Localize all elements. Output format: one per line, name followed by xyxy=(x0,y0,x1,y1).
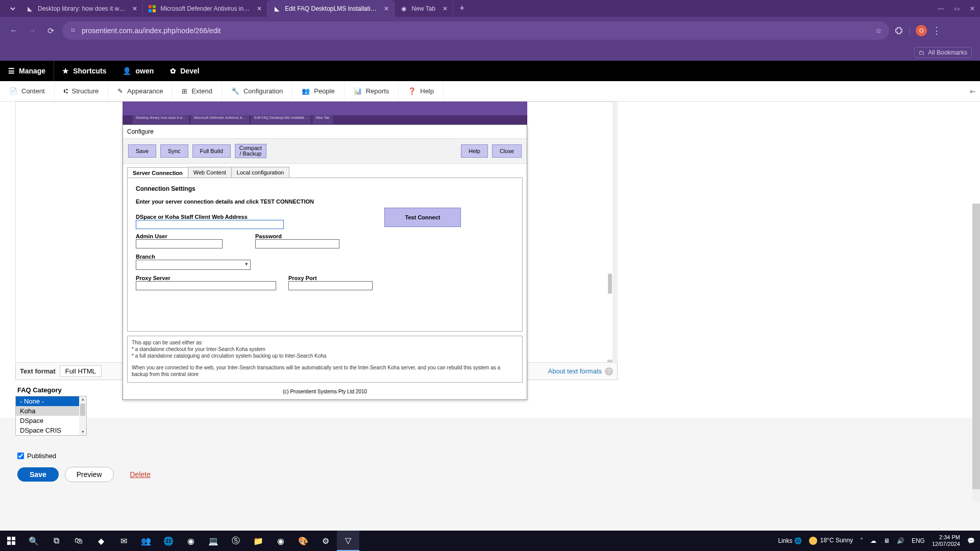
tray-onedrive-icon[interactable]: ☁ xyxy=(870,537,876,544)
bookmark-star-icon[interactable]: ☆ xyxy=(875,27,882,35)
url-input[interactable]: prosentient.com.au/index.php/node/266/ed… xyxy=(62,21,889,40)
taskbar-app-chrome2[interactable]: ◉ xyxy=(270,531,292,551)
taskbar-app-putty[interactable]: 💻 xyxy=(202,531,225,551)
subnav-reports[interactable]: 📊Reports xyxy=(345,81,399,101)
tray-display-icon[interactable]: 🖥 xyxy=(884,537,890,544)
tab-defender[interactable]: Microsoft Defender Antivirus in… ✕ xyxy=(143,0,267,17)
profile-button[interactable]: O xyxy=(916,25,927,36)
taskbar-app-store[interactable]: 🛍 xyxy=(67,531,90,551)
extensions-icon[interactable] xyxy=(894,26,903,35)
close-icon[interactable]: ✕ xyxy=(257,5,262,12)
admin-user-input[interactable] xyxy=(136,239,223,248)
subnav-configuration[interactable]: 🔧Configuration xyxy=(222,81,292,101)
cfg-close-button[interactable]: Close xyxy=(492,144,522,158)
subnav-content[interactable]: 📄Content xyxy=(0,81,55,101)
faq-option-none[interactable]: - None - xyxy=(16,396,86,406)
cfg-save-button[interactable]: Save xyxy=(128,144,156,158)
browser-menu-icon[interactable]: ⋮ xyxy=(932,25,941,36)
taskbar-app-people[interactable]: 👥 xyxy=(135,531,157,551)
cfg-sync-button[interactable]: Sync xyxy=(160,144,188,158)
taskbar-app-paint[interactable]: 🎨 xyxy=(292,531,314,551)
preview-button[interactable]: Preview xyxy=(65,467,114,482)
save-button[interactable]: Save xyxy=(17,467,59,482)
listbox-scrollbar[interactable]: ▴ ▾ xyxy=(79,396,86,435)
faq-option-dspace-cris[interactable]: DSpace CRIS xyxy=(16,425,86,435)
close-icon[interactable]: ✕ xyxy=(443,5,448,12)
published-checkbox[interactable] xyxy=(17,453,24,459)
taskbar-app-power[interactable]: ◆ xyxy=(90,531,112,551)
test-connect-button[interactable]: Test Connect xyxy=(384,208,461,227)
devel-menu[interactable]: ✿ Devel xyxy=(162,61,207,81)
taskbar-app-brave[interactable]: ▽ xyxy=(337,531,359,551)
subnav-appearance[interactable]: ✎Appearance xyxy=(108,81,173,101)
scroll-down-icon[interactable]: ▾ xyxy=(79,429,86,435)
tray-volume-icon[interactable]: 🔊 xyxy=(897,537,904,544)
subnav-help[interactable]: ❓Help xyxy=(399,81,444,101)
reload-button[interactable]: ⟳ xyxy=(44,26,57,36)
close-icon[interactable]: ✕ xyxy=(132,5,137,12)
manage-label: Manage xyxy=(19,67,45,75)
dialog-toolbar: Save Sync Full Build Compact / Backup He… xyxy=(123,138,527,164)
listbox-scroll-thumb[interactable] xyxy=(80,404,85,416)
taskbar-app-settings[interactable]: ⚙ xyxy=(314,531,337,551)
tab-new-tab[interactable]: ◉ New Tab ✕ xyxy=(395,0,453,17)
branch-select[interactable] xyxy=(136,260,251,270)
tab-desktop-library[interactable]: ◣ Desktop library: how does it w… ✕ xyxy=(20,0,143,17)
tab-search-dropdown[interactable] xyxy=(5,6,20,12)
tab-local-config[interactable]: Local configuration xyxy=(231,167,289,178)
action-center-icon[interactable]: 💬 xyxy=(967,537,975,544)
tab-web-content[interactable]: Web Content xyxy=(188,167,232,178)
editor-scrollbar-thumb[interactable] xyxy=(608,273,612,294)
close-icon[interactable]: ✕ xyxy=(384,5,389,12)
about-text-formats-link[interactable]: About text formats ? xyxy=(548,367,614,375)
new-tab-button[interactable]: + xyxy=(453,3,471,14)
all-bookmarks-button[interactable]: 🗀 All Bookmarks xyxy=(914,47,972,58)
admin-user-label: Admin User xyxy=(136,233,248,239)
shortcuts-menu[interactable]: ★ Shortcuts xyxy=(54,61,114,81)
forward-button[interactable]: → xyxy=(26,26,39,35)
subnav-structure[interactable]: ⑆Structure xyxy=(55,81,109,101)
links-toolbar[interactable]: Links 🌐 xyxy=(778,537,801,544)
taskbar-app-explorer[interactable]: 📁 xyxy=(247,531,270,551)
subnav-extend[interactable]: ⊞Extend xyxy=(173,81,222,101)
password-input[interactable] xyxy=(255,239,339,248)
tray-chevron-icon[interactable]: ˄ xyxy=(860,537,863,544)
faq-option-koha[interactable]: Koha xyxy=(16,406,86,416)
cfg-fullbuild-button[interactable]: Full Build xyxy=(192,144,231,158)
taskbar-app-skype[interactable]: Ⓢ xyxy=(225,531,247,551)
window-close-icon[interactable]: ✕ xyxy=(970,5,975,12)
cfg-help-button[interactable]: Help xyxy=(461,144,488,158)
back-button[interactable]: ← xyxy=(7,26,20,35)
user-label: owen xyxy=(135,67,154,75)
tab-server-connection[interactable]: Server Connection xyxy=(127,167,188,178)
collapse-toolbar-button[interactable]: ⇤ xyxy=(970,87,976,95)
viewport-scrollbar[interactable] xyxy=(972,204,980,502)
web-address-input[interactable] xyxy=(136,220,284,229)
text-format-select[interactable]: Full HTML xyxy=(60,365,102,377)
cfg-compact-button[interactable]: Compact / Backup xyxy=(235,144,266,158)
faq-option-dspace[interactable]: DSpace xyxy=(16,416,86,425)
site-settings-icon[interactable] xyxy=(69,27,77,34)
delete-link[interactable]: Delete xyxy=(130,470,151,479)
window-minimize-icon[interactable]: — xyxy=(938,5,944,12)
weather-widget[interactable]: 18°C Sunny xyxy=(809,537,853,545)
subnav-people[interactable]: 👥People xyxy=(292,81,344,101)
faq-category-listbox[interactable]: - None - Koha DSpace DSpace CRIS ▴ ▾ xyxy=(15,396,87,436)
window-maximize-icon[interactable]: ▭ xyxy=(954,5,960,12)
manage-menu[interactable]: ☰ Manage xyxy=(0,61,54,81)
search-button[interactable]: 🔍 xyxy=(22,531,45,551)
language-indicator[interactable]: ENG xyxy=(912,537,925,544)
taskbar-app-chrome[interactable]: ◉ xyxy=(180,531,202,551)
task-view-button[interactable]: ⧉ xyxy=(45,531,67,551)
proxy-server-input[interactable] xyxy=(136,281,276,290)
scrollbar-thumb[interactable] xyxy=(972,204,980,489)
taskbar-app-mail[interactable]: ✉ xyxy=(112,531,135,551)
start-button[interactable] xyxy=(0,531,22,551)
tab-edit-faq[interactable]: ◣ Edit FAQ DesktopLMS Installati… ✕ xyxy=(267,0,394,17)
system-clock[interactable]: 2:34 PM 12/07/2024 xyxy=(932,534,960,547)
user-menu[interactable]: 👤 owen xyxy=(114,61,162,81)
proxy-port-input[interactable] xyxy=(288,281,373,290)
scroll-up-icon[interactable]: ▴ xyxy=(79,396,86,403)
taskbar-app-edge[interactable]: 🌐 xyxy=(157,531,180,551)
editor-scrollbar-down[interactable] xyxy=(607,360,612,363)
